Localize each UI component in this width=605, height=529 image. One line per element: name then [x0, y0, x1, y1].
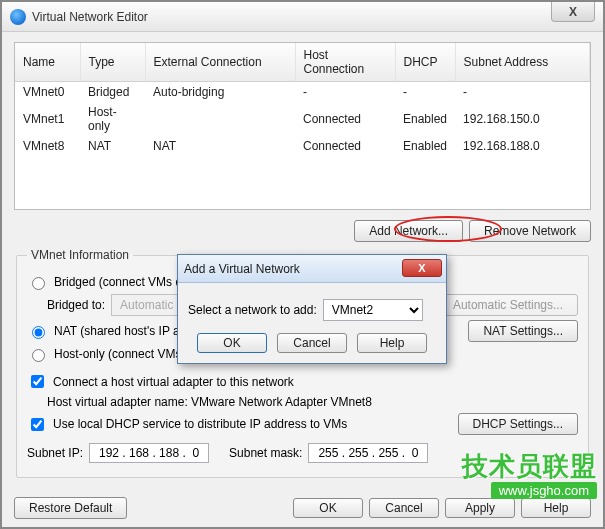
cell-dhcp: -	[395, 82, 455, 103]
col-type[interactable]: Type	[80, 43, 145, 82]
cell-subnet: 192.168.150.0	[455, 102, 589, 136]
hostonly-radio[interactable]	[32, 349, 45, 362]
group-legend: VMnet Information	[27, 248, 133, 262]
table-row[interactable]: VMnet0 Bridged Auto-bridging - - -	[15, 82, 590, 103]
dhcp-settings-button[interactable]: DHCP Settings...	[458, 413, 578, 435]
add-virtual-network-dialog: Add a Virtual Network X Select a network…	[177, 254, 447, 364]
dialog-close-button[interactable]: X	[402, 259, 442, 277]
dialog-help-button[interactable]: Help	[357, 333, 427, 353]
bridged-to-label: Bridged to:	[47, 298, 105, 312]
subnet-ip-field[interactable]	[89, 443, 209, 463]
bridged-radio[interactable]	[32, 277, 45, 290]
col-dhcp[interactable]: DHCP	[395, 43, 455, 82]
app-icon	[10, 9, 26, 25]
main-cancel-button[interactable]: Cancel	[369, 498, 439, 518]
cell-type: Host-only	[80, 102, 145, 136]
dialog-title: Add a Virtual Network	[184, 262, 300, 276]
cell-ext: NAT	[145, 136, 295, 156]
dialog-titlebar: Add a Virtual Network X	[178, 255, 446, 283]
nat-radio[interactable]	[32, 326, 45, 339]
cell-dhcp: Enabled	[395, 102, 455, 136]
cell-name: VMnet1	[15, 102, 80, 136]
cell-host: Connected	[295, 102, 395, 136]
window-titlebar: Virtual Network Editor	[2, 2, 603, 32]
main-apply-button[interactable]: Apply	[445, 498, 515, 518]
col-name[interactable]: Name	[15, 43, 80, 82]
dhcp-service-checkbox[interactable]	[31, 418, 44, 431]
subnet-mask-label: Subnet mask:	[229, 446, 302, 460]
cell-subnet: -	[455, 82, 589, 103]
cell-dhcp: Enabled	[395, 136, 455, 156]
main-help-button[interactable]: Help	[521, 498, 591, 518]
col-external[interactable]: External Connection	[145, 43, 295, 82]
nat-settings-button[interactable]: NAT Settings...	[468, 320, 578, 342]
add-network-button[interactable]: Add Network...	[354, 220, 463, 242]
vmnet-table[interactable]: Name Type External Connection Host Conne…	[14, 42, 591, 210]
cell-host: -	[295, 82, 395, 103]
main-ok-button[interactable]: OK	[293, 498, 363, 518]
table-header-row: Name Type External Connection Host Conne…	[15, 43, 590, 82]
connect-adapter-label: Connect a host virtual adapter to this n…	[53, 375, 294, 389]
window-title: Virtual Network Editor	[32, 10, 148, 24]
restore-default-button[interactable]: Restore Default	[14, 497, 127, 519]
remove-network-button[interactable]: Remove Network	[469, 220, 591, 242]
col-host[interactable]: Host Connection	[295, 43, 395, 82]
table-row[interactable]: VMnet8 NAT NAT Connected Enabled 192.168…	[15, 136, 590, 156]
cell-type: Bridged	[80, 82, 145, 103]
subnet-mask-field[interactable]	[308, 443, 428, 463]
table-row[interactable]: VMnet1 Host-only Connected Enabled 192.1…	[15, 102, 590, 136]
connect-adapter-checkbox[interactable]	[31, 375, 44, 388]
automatic-settings-button[interactable]: Automatic Settings...	[438, 294, 578, 316]
cell-name: VMnet0	[15, 82, 80, 103]
cell-type: NAT	[80, 136, 145, 156]
cell-ext	[145, 102, 295, 136]
cell-subnet: 192.168.188.0	[455, 136, 589, 156]
cell-host: Connected	[295, 136, 395, 156]
adapter-name-label: Host virtual adapter name: VMware Networ…	[47, 395, 372, 409]
col-subnet[interactable]: Subnet Address	[455, 43, 589, 82]
cell-name: VMnet8	[15, 136, 80, 156]
cell-ext: Auto-bridging	[145, 82, 295, 103]
dhcp-service-label: Use local DHCP service to distribute IP …	[53, 417, 347, 431]
dialog-ok-button[interactable]: OK	[197, 333, 267, 353]
subnet-ip-label: Subnet IP:	[27, 446, 83, 460]
dialog-cancel-button[interactable]: Cancel	[277, 333, 347, 353]
window-close-button[interactable]: X	[551, 2, 595, 22]
dialog-prompt: Select a network to add:	[188, 303, 317, 317]
network-select[interactable]: VMnet2	[323, 299, 423, 321]
